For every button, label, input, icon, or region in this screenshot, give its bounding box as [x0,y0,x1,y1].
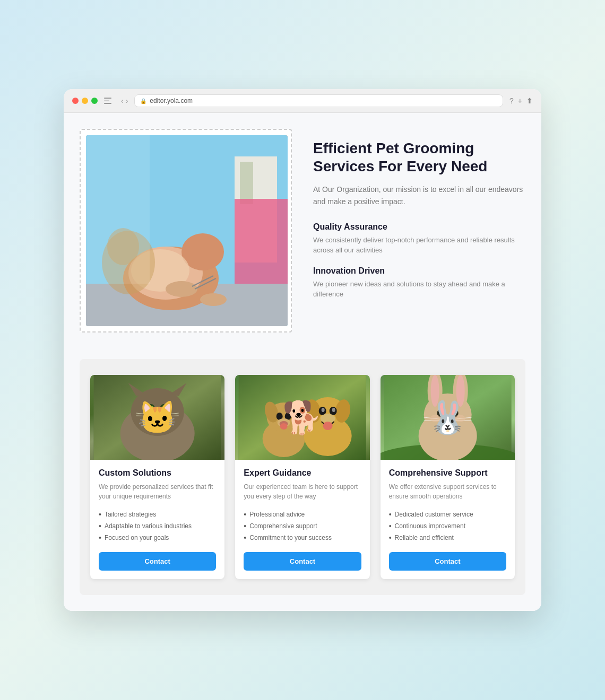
cards-section: Custom Solutions We provide personalized… [80,359,525,595]
svg-point-38 [285,413,291,420]
svg-point-62 [439,410,443,414]
browser-content: Efficient Pet Grooming Services For Ever… [64,113,541,611]
browser-window: ‹ › 🔒 editor.yola.com ? + ⬆ [64,89,541,611]
list-item: Comprehensive support [244,520,361,532]
image-dashed-border [80,129,292,332]
svg-point-25 [163,406,167,410]
minimize-button[interactable] [82,98,88,104]
list-item: Reliable and efficient [389,532,506,544]
cards-grid: Custom Solutions We provide personalized… [90,375,515,579]
svg-rect-2 [240,162,253,204]
nav-arrows: ‹ › [121,97,128,105]
forward-arrow-icon[interactable]: › [126,97,128,105]
svg-line-28 [136,416,152,416]
share-icon[interactable]: ⬆ [526,97,533,105]
svg-point-41 [280,423,288,430]
card-support-description: We offer extensive support services to e… [389,482,506,501]
svg-point-33 [263,420,305,457]
svg-point-23 [160,404,168,415]
card-custom-list: Tailored strategies Adaptable to various… [99,509,216,544]
card-custom-description: We provide personalized services that fi… [99,482,216,501]
svg-rect-15 [86,135,150,284]
feature-quality: Quality Assurance We consistently delive… [313,222,525,256]
list-item: Professional advice [244,509,361,520]
add-tab-icon[interactable]: + [518,97,522,105]
feature-quality-title: Quality Assurance [313,222,525,232]
list-item: Commitment to your success [244,532,361,544]
svg-point-36 [287,400,305,424]
list-item: Focused on your goals [99,532,216,544]
card-expert-description: Our experienced team is here to support … [244,482,361,501]
svg-point-70 [454,415,465,422]
lock-icon: 🔒 [140,98,146,104]
svg-point-69 [430,415,440,422]
card-custom-body: Custom Solutions We provide personalized… [90,460,224,579]
hero-title: Efficient Pet Grooming Services For Ever… [313,139,525,175]
dog-image [235,375,369,460]
feature-innovation-title: Innovation Driven [313,266,525,276]
svg-line-27 [136,413,152,415]
card-support-list: Dedicated customer service Continuous im… [389,509,506,544]
svg-point-10 [200,293,227,306]
card-support-body: Comprehensive Support We offer extensive… [381,460,515,579]
hero-section: Efficient Pet Grooming Services For Ever… [80,129,525,332]
maximize-button[interactable] [91,98,98,104]
contact-button-support[interactable]: Contact [389,552,506,571]
feature-quality-description: We consistently deliver top-notch perfor… [313,235,525,256]
svg-point-58 [430,375,439,407]
card-expert-title: Expert Guidance [244,468,361,478]
svg-line-30 [163,416,179,416]
card-support-title: Comprehensive Support [389,468,506,478]
cat-image [90,375,224,460]
card-custom-title: Custom Solutions [99,468,216,478]
list-item: Adaptable to various industries [99,520,216,532]
svg-point-19 [131,388,184,436]
svg-point-61 [451,409,458,417]
list-item: Dedicated customer service [389,509,506,520]
feature-innovation-description: We pioneer new ideas and solutions to st… [313,279,525,300]
svg-point-60 [437,409,444,417]
browser-toolbar: ‹ › 🔒 editor.yola.com ? + ⬆ [64,89,541,113]
svg-point-59 [456,375,464,407]
card-expert-list: Professional advice Comprehensive suppor… [244,509,361,544]
card-custom-solutions: Custom Solutions We provide personalized… [90,375,224,579]
close-button[interactable] [72,98,79,104]
svg-rect-3 [235,199,288,294]
hero-image-container [80,129,292,332]
traffic-lights [72,98,98,104]
svg-point-24 [151,406,154,410]
hero-description: At Our Organization, our mission is to e… [313,183,525,207]
svg-point-26 [155,413,160,417]
svg-point-49 [332,408,335,412]
svg-point-63 [453,410,456,414]
svg-point-44 [304,398,322,424]
svg-point-9 [166,281,197,297]
svg-point-55 [424,393,471,436]
sidebar-toggle-icon[interactable] [104,95,115,106]
hero-text: Efficient Pet Grooming Services For Ever… [313,129,525,310]
card-expert-guidance: Expert Guidance Our experienced team is … [235,375,369,579]
rabbit-image [381,375,515,460]
svg-line-29 [163,413,179,415]
back-arrow-icon[interactable]: ‹ [121,97,124,105]
list-item: Continuous improvement [389,520,506,532]
url-text: editor.yola.com [150,97,193,104]
card-comprehensive-support: Comprehensive Support We offer extensive… [381,375,515,579]
help-icon[interactable]: ? [509,97,514,105]
contact-button-expert[interactable]: Contact [244,552,361,571]
address-bar[interactable]: 🔒 editor.yola.com [134,94,503,107]
list-item: Tailored strategies [99,509,216,520]
svg-point-51 [323,422,333,430]
svg-point-48 [322,408,325,412]
feature-innovation: Innovation Driven We pioneer new ideas a… [313,266,525,300]
svg-point-22 [147,404,155,415]
toolbar-actions: ? + ⬆ [509,97,533,105]
card-expert-body: Expert Guidance Our experienced team is … [235,460,369,579]
contact-button-custom[interactable]: Contact [99,552,216,571]
hero-image [86,135,288,326]
svg-point-64 [445,416,450,421]
svg-point-39 [278,418,290,427]
